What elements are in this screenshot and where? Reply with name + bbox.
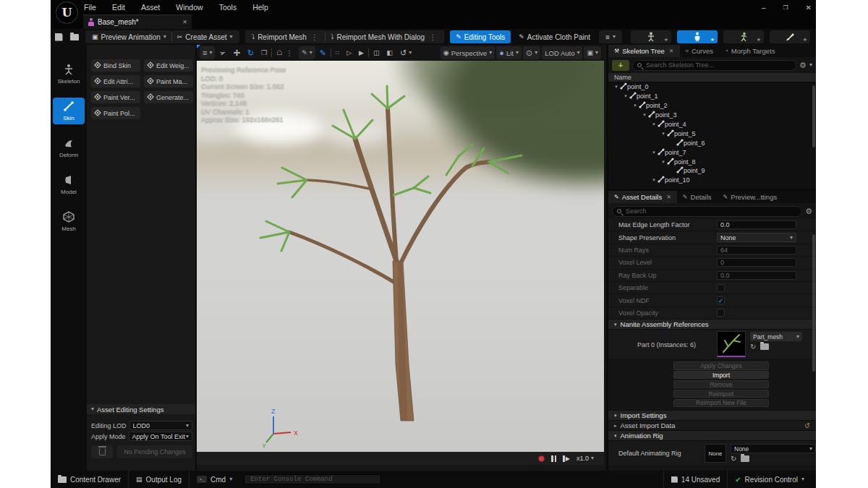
snap-rotate-dropdown[interactable]: ↺▾ [397,46,414,59]
tree-caret[interactable]: ▾ [650,121,658,127]
detail-input[interactable]: 0.0 [717,221,796,229]
part0-thumbnail[interactable] [717,331,746,357]
tab-details[interactable]: ✎Details [677,191,718,203]
mode-cloth-paint-button[interactable]: ★ [770,30,810,43]
paint-select-button[interactable]: ▶ [356,46,367,59]
tree-settings-caret[interactable]: ▾ [809,62,812,68]
tree-row-point_9[interactable]: point_9 [608,166,816,176]
skeleton-draw-dropdown[interactable]: ☖⋮ [273,46,297,59]
revision-control-dropdown[interactable]: ✔ Revision Control▾ [727,471,812,488]
tree-caret[interactable]: ▾ [631,103,639,108]
rail-item-model[interactable]: Model [53,171,85,198]
tree-row-point_3[interactable]: ▾point_3 [608,111,816,120]
select-tool[interactable]: ➢ [216,46,229,59]
details-search-input[interactable] [624,207,797,215]
mode-animation-button[interactable]: ★ [723,30,764,43]
record-button[interactable] [538,455,545,462]
import-button[interactable]: Import [673,371,769,379]
tree-caret[interactable]: ▾ [650,150,658,155]
screenshot-dropdown[interactable]: ▣▾ [584,46,601,59]
tree-caret[interactable]: ▾ [660,159,667,165]
tree-row-point_5[interactable]: ▾point_5 [608,129,816,138]
output-log-button[interactable]: ▤ Output Log [129,471,190,488]
tool-button-bind-skin[interactable]: Bind Skin [91,59,140,72]
tree-row-point_8[interactable]: ▾point_8 [608,157,816,166]
tab-curves[interactable]: ≈Curves [680,45,719,57]
details-settings-gear-icon[interactable]: ⚙ [805,207,812,216]
use-selected-rig-icon[interactable]: ↻ [731,455,736,463]
console-command-input[interactable] [249,475,376,484]
browse-to-asset-icon[interactable] [760,343,769,350]
tab-base-mesh[interactable]: Base_mesh* ✕ [83,14,192,29]
marquee-button[interactable]: ◫ [370,46,383,59]
tree-row-point_0[interactable]: ▾point_0 [608,82,816,92]
menu-window[interactable]: Window [176,3,203,12]
lod-dropdown[interactable]: LOD Auto▾ [542,46,582,59]
mirror-button[interactable]: ◧ [383,46,396,59]
lasso-select-button[interactable]: ▷ [344,46,354,59]
tree-scrollbar[interactable] [812,85,815,147]
tool-button-generate[interactable]: Generate... [144,91,193,103]
unsaved-button[interactable]: 14 Unsaved [663,471,727,488]
apply-mode-dropdown[interactable]: Apply On Tool Exit▾ [129,432,192,441]
rail-item-skin[interactable]: Skin [53,98,85,124]
scale-tool[interactable]: ❒ [258,46,270,59]
pause-button[interactable] [551,455,556,462]
import-settings-header[interactable]: ▾Import Settings [608,411,816,421]
show-flags-dropdown[interactable]: ⊙▾ [523,46,540,59]
minimize-button[interactable]: – [762,4,766,12]
rotate-tool[interactable]: ↻ [244,46,257,59]
tab-close-icon[interactable]: ✕ [669,48,674,54]
asset-import-data-row[interactable]: ▸ Asset Import Data ↺ [608,421,816,431]
paint-mode-dropdown[interactable]: ✎▾ [299,46,315,59]
no-pending-changes-button[interactable]: No Pending Changes [117,445,192,458]
console-command-field[interactable] [244,474,381,484]
paint-active-button[interactable]: ✎ [317,46,329,59]
details-search[interactable] [612,206,802,217]
tool-button-edit-attri[interactable]: Edit Attri... [91,75,140,87]
rig-thumbnail[interactable]: None [705,444,726,463]
discard-changes-button[interactable] [91,445,113,458]
tree-row-point_10[interactable]: ▾point_10 [608,176,816,185]
tab-morph-targets[interactable]: ◔Morph Targets [719,45,780,57]
tool-button-paint-ver[interactable]: Paint Ver... [91,91,140,103]
tree-row-point_4[interactable]: ▾point_4 [608,120,816,129]
details-scrollbar[interactable] [812,234,815,372]
use-selected-asset-icon[interactable]: ↻ [750,343,756,351]
menu-help[interactable]: Help [252,3,268,12]
perspective-dropdown[interactable]: ◉Perspective▾ [441,46,495,59]
mode-skin-button[interactable]: ★ [677,30,718,43]
tree-caret[interactable]: ▾ [650,177,658,183]
tree-caret[interactable]: ▾ [613,84,620,90]
menu-file[interactable]: File [84,3,96,12]
mode-skeleton-button[interactable]: ★ [631,30,671,43]
tab-preview-ttings[interactable]: ✎Preview...ttings [718,191,783,203]
reimport-mesh-button[interactable]: ⤵ Reimport Mesh⋮ [247,30,325,43]
asset-editing-settings-header[interactable]: ▾Asset Editing Settings [87,404,195,414]
cmd-dropdown[interactable]: >_ Cmd▾ [190,471,239,488]
lit-dropdown[interactable]: ●Lit▾ [496,46,522,59]
tool-button-paint-ma[interactable]: Paint Ma... [144,75,193,87]
tree-settings-gear-icon[interactable]: ⚙ [799,61,807,70]
rail-item-skeleton[interactable]: Skeleton [53,61,85,87]
browse-to-rig-icon[interactable] [741,455,749,462]
skeleton-tree-search[interactable] [632,60,796,71]
skeleton-tree-search-input[interactable] [644,61,791,69]
remove-button[interactable]: Remove [673,380,769,388]
save-button[interactable] [51,30,67,43]
rail-item-deform[interactable]: Deform [53,134,85,161]
maximize-button[interactable]: ❒ [783,4,788,11]
tool-button-edit-weig[interactable]: Edit Weig... [144,59,193,72]
step-forward-button[interactable]: ▶ [563,455,570,462]
tool-button-paint-pol[interactable]: Paint Pol... [91,107,140,119]
tree-row-point_6[interactable]: point_6 [608,138,816,147]
reset-to-default-icon[interactable]: ↺ [804,421,810,429]
toolbar-overflow-menu[interactable]: ≡▾ [599,30,622,43]
tab-skeleton-tree[interactable]: ⚒Skeleton Tree✕ [608,45,680,57]
viewport-options-dropdown[interactable]: ≡▾ [200,46,215,59]
move-tool[interactable]: ✢ [231,46,243,59]
rig-dropdown[interactable]: None▾ [731,444,816,453]
menu-edit[interactable]: Edit [112,3,125,12]
reimport-button[interactable]: Reimport [673,390,769,398]
tree-row-point_1[interactable]: ▾point_1 [608,92,816,101]
